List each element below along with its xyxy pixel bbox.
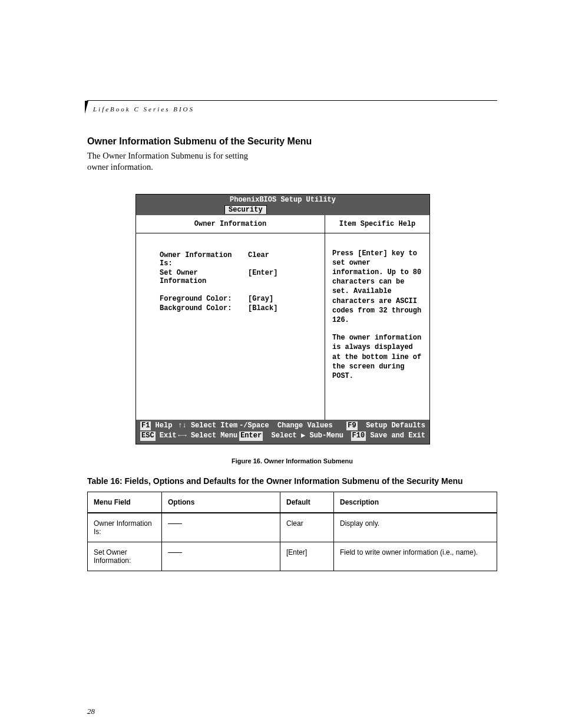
cell-desc: Display only. — [334, 513, 497, 542]
page-number: 28 — [87, 707, 497, 716]
figure-caption: Figure 16. Owner Information Submenu — [87, 457, 497, 465]
cell-default: [Enter] — [280, 542, 334, 571]
bios-row-owner-info-is: Owner Information Is: Clear — [160, 251, 318, 268]
cell-options — [162, 542, 280, 571]
help-paragraph: The owner information is always displaye… — [332, 333, 425, 381]
tab-security[interactable]: Security — [224, 205, 267, 214]
key-f1: F1 — [140, 421, 151, 431]
cell-desc: Field to write owner information (i.e., … — [334, 542, 497, 571]
bios-help-panel: Item Specific Help Press [Enter] key to … — [325, 215, 429, 420]
header-wedge-icon — [85, 101, 92, 114]
bios-label: Background Color: — [160, 304, 248, 312]
bios-row-fg-color[interactable]: Foreground Color: [Gray] — [160, 295, 318, 303]
bios-tab-row: Security — [136, 205, 429, 215]
bios-value: [Gray] — [248, 295, 273, 303]
th-options: Options — [162, 492, 280, 513]
page-header: LifeBook C Series BIOS — [87, 100, 497, 114]
updown-icon: ↑↓ — [178, 421, 186, 430]
bios-screenshot: PhoenixBIOS Setup Utility Security Owner… — [135, 194, 430, 444]
bios-label: Set Owner Information — [160, 269, 248, 285]
cell-options — [162, 513, 280, 542]
fields-table: Menu Field Options Default Description O… — [87, 492, 497, 571]
bios-value: [Black] — [248, 304, 277, 312]
section-heading: Owner Information Submenu of the Securit… — [87, 136, 497, 147]
table-caption: Table 16: Fields, Options and Defaults f… — [87, 476, 497, 486]
table-row: Set Owner Information: [Enter] Field to … — [88, 542, 497, 571]
bios-help-title: Item Specific Help — [325, 215, 429, 233]
th-default: Default — [280, 492, 334, 513]
bios-row-bg-color[interactable]: Background Color: [Black] — [160, 304, 318, 312]
bios-value: [Enter] — [248, 269, 277, 285]
key-esc: ESC — [140, 431, 156, 441]
th-menu-field: Menu Field — [88, 492, 162, 513]
help-paragraph: Press [Enter] key to set owner informati… — [332, 249, 425, 325]
series-title: LifeBook C Series BIOS — [93, 106, 194, 113]
bios-footer: F1 Help ↑↓ Select Item -/Space Change Va… — [136, 420, 429, 444]
bios-row-set-owner[interactable]: Set Owner Information [Enter] — [160, 269, 318, 285]
cell-field: Owner Information Is: — [88, 513, 162, 542]
key-f10: F10 — [351, 431, 366, 441]
key-f9: F9 — [346, 421, 357, 431]
cell-default: Clear — [280, 513, 334, 542]
bios-value: Clear — [248, 251, 269, 268]
bios-main-panel: Owner Information Owner Information Is: … — [136, 215, 325, 420]
bios-label: Owner Information Is: — [160, 251, 248, 268]
table-row: Owner Information Is: Clear Display only… — [88, 513, 497, 542]
th-description: Description — [334, 492, 497, 513]
leftright-icon: ←→ — [178, 431, 186, 440]
cell-field: Set Owner Information: — [88, 542, 162, 571]
dash-icon — [168, 523, 182, 524]
bios-label: Foreground Color: — [160, 295, 248, 303]
bios-title: PhoenixBIOS Setup Utility — [136, 195, 429, 205]
dash-icon — [168, 552, 182, 553]
section-intro: The Owner Information Submenu is for set… — [87, 150, 270, 173]
key-enter: Enter — [239, 431, 263, 441]
bios-panel-title: Owner Information — [136, 215, 325, 233]
